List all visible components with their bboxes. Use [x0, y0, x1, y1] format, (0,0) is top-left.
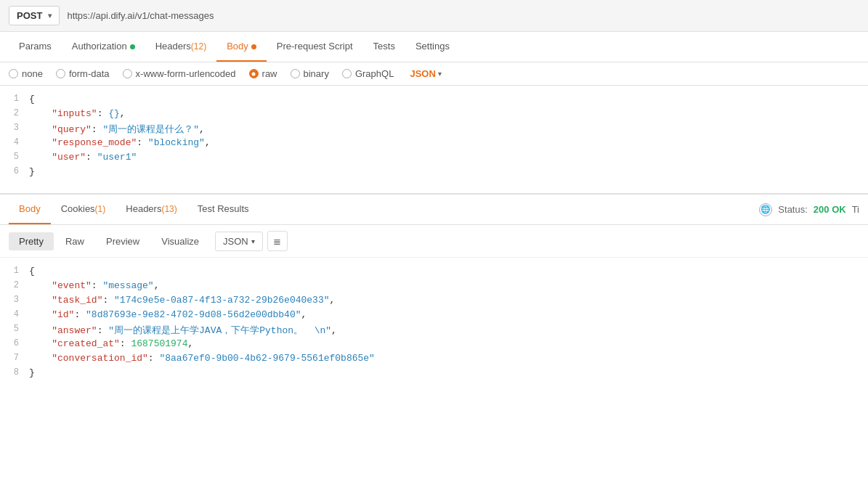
request-line-2: 2 "inputs": {}, [0, 107, 868, 122]
response-section: Body Cookies(1) Headers(13) Test Results… [0, 195, 868, 388]
radio-graphql [342, 69, 352, 78]
response-line-2: 2 "event": "message", [0, 279, 868, 294]
response-line-7: 7 "conversation_id": "8aa67ef0-9b00-4b62… [0, 352, 868, 367]
radio-binary [291, 69, 300, 78]
status-area: 🌐 Status: 200 OK Ti [759, 203, 859, 216]
response-line-4: 4 "id": "8d87693e-9e82-4702-9d08-56d2e00… [0, 309, 868, 323]
format-bar: none form-data x-www-form-urlencoded raw… [0, 62, 868, 86]
ti-label: Ti [852, 204, 859, 215]
format-urlencoded[interactable]: x-www-form-urlencoded [123, 68, 236, 79]
method-select[interactable]: POST ▾ [9, 6, 60, 25]
response-tabs: Body Cookies(1) Headers(13) Test Results… [0, 195, 868, 225]
response-tab-test-results[interactable]: Test Results [187, 195, 259, 224]
radio-urlencoded [123, 69, 132, 78]
request-line-5: 5 "user": "user1" [0, 151, 868, 166]
tab-body[interactable]: Body [216, 32, 267, 62]
response-json-select[interactable]: JSON ▾ [215, 232, 263, 251]
request-line-6: 6 } [0, 166, 868, 180]
response-tab-body[interactable]: Body [9, 195, 51, 224]
filter-icon[interactable]: ≣ [267, 231, 288, 251]
authorization-dot [130, 44, 135, 49]
format-form-data[interactable]: form-data [56, 68, 110, 79]
response-line-3: 3 "task_id": "174c9e5e-0a87-4f13-a732-29… [0, 294, 868, 309]
resp-btn-visualize[interactable]: Visualize [151, 232, 209, 250]
url-bar: POST ▾ [0, 0, 868, 32]
resp-btn-pretty[interactable]: Pretty [9, 232, 54, 250]
radio-raw [249, 69, 259, 78]
response-format-bar: Pretty Raw Preview Visualize JSON ▾ ≣ [0, 225, 868, 258]
globe-icon: 🌐 [759, 203, 772, 216]
response-line-8: 8 } [0, 367, 868, 381]
format-none[interactable]: none [9, 68, 43, 79]
format-raw[interactable]: raw [249, 68, 277, 79]
response-line-5: 5 "answer": "周一的课程是上午学JAVA，下午学Python。 \n… [0, 323, 868, 338]
tab-settings[interactable]: Settings [405, 32, 460, 62]
tab-authorization[interactable]: Authorization [62, 32, 145, 62]
radio-none [9, 69, 18, 78]
response-tab-headers[interactable]: Headers(13) [115, 195, 187, 224]
json-format-select[interactable]: JSON ▾ [410, 68, 441, 79]
url-input[interactable] [67, 10, 859, 21]
method-label: POST [17, 10, 42, 21]
status-value: 200 OK [814, 204, 846, 215]
request-line-3: 3 "query": "周一的课程是什么？", [0, 122, 868, 136]
resp-btn-raw[interactable]: Raw [55, 232, 94, 250]
body-dot [251, 44, 256, 49]
request-tabs: Params Authorization Headers(12) Body Pr… [0, 32, 868, 62]
response-tab-cookies[interactable]: Cookies(1) [51, 195, 116, 224]
response-line-1: 1 { [0, 265, 868, 279]
response-body-editor: 1 { 2 "event": "message", 3 "task_id": "… [0, 258, 868, 388]
tab-headers[interactable]: Headers(12) [145, 32, 216, 62]
method-arrow: ▾ [48, 12, 52, 20]
request-body-editor[interactable]: 1 { 2 "inputs": {}, 3 "query": "周一的课程是什么… [0, 86, 868, 195]
format-binary[interactable]: binary [291, 68, 329, 79]
request-line-4: 4 "response_mode": "blocking", [0, 136, 868, 151]
request-line-1: 1 { [0, 93, 868, 107]
radio-form-data [56, 69, 65, 78]
tab-tests[interactable]: Tests [363, 32, 405, 62]
status-label: Status: [778, 204, 807, 215]
tab-params[interactable]: Params [9, 32, 62, 62]
tab-pre-request-script[interactable]: Pre-request Script [267, 32, 363, 62]
format-graphql[interactable]: GraphQL [342, 68, 394, 79]
resp-btn-preview[interactable]: Preview [96, 232, 150, 250]
response-line-6: 6 "created_at": 1687501974, [0, 338, 868, 352]
